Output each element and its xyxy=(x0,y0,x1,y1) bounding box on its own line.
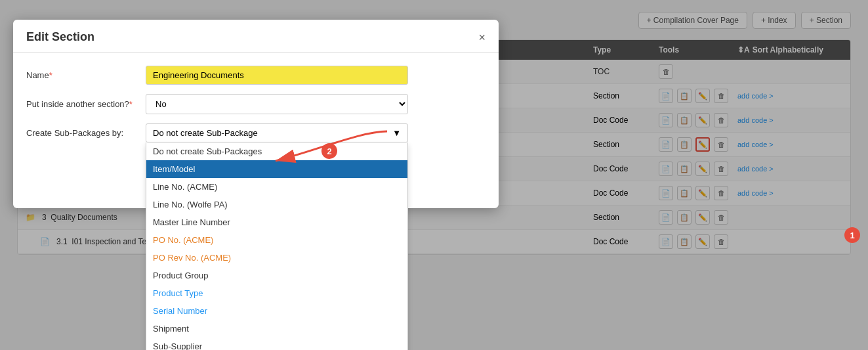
modal-body: Name* Put inside another section?* No Cr… xyxy=(13,53,499,165)
subpackage-dropdown-trigger[interactable]: Do not create Sub-Package ▼ xyxy=(146,123,408,142)
edit-section-modal: Edit Section × Name* Put inside another … xyxy=(13,20,499,208)
subpackage-row: Create Sub-Packages by: Do not create Su… xyxy=(26,123,486,142)
dropdown-option-0[interactable]: Do not create Sub-Packages xyxy=(146,142,407,160)
name-input[interactable] xyxy=(146,66,408,85)
inside-section-row: Put inside another section?* No xyxy=(26,94,486,114)
dropdown-option-2[interactable]: Line No. (ACME) xyxy=(146,178,407,196)
dropdown-option-3[interactable]: Line No. (Wolfe PA) xyxy=(146,196,407,213)
inside-select[interactable]: No xyxy=(146,94,408,114)
modal-close-button[interactable]: × xyxy=(478,32,486,43)
dropdown-option-6[interactable]: PO Rev No. (ACME) xyxy=(146,249,407,267)
dropdown-option-8[interactable]: Product Type xyxy=(146,284,407,302)
modal-header: Edit Section × xyxy=(13,20,499,53)
annotation-badge-2: 2 xyxy=(321,143,337,159)
subpackage-dropdown-wrapper: Do not create Sub-Package ▼ Do not creat… xyxy=(146,123,408,142)
subpackage-label: Create Sub-Packages by: xyxy=(26,128,138,138)
subpackage-dropdown-menu: Do not create Sub-Packages Item/Model Li… xyxy=(146,142,408,350)
dropdown-option-9[interactable]: Serial Number xyxy=(146,302,407,320)
dropdown-option-1[interactable]: Item/Model xyxy=(146,160,407,178)
annotation-badge-1: 1 xyxy=(844,227,860,243)
inside-label: Put inside another section?* xyxy=(26,99,138,109)
name-field-row: Name* xyxy=(26,66,486,85)
name-label: Name* xyxy=(26,70,138,80)
dropdown-option-4[interactable]: Master Line Number xyxy=(146,213,407,231)
modal-title: Edit Section xyxy=(26,30,94,44)
chevron-down-icon: ▼ xyxy=(392,128,401,138)
dropdown-option-11[interactable]: Sub-Supplier xyxy=(146,338,407,350)
dropdown-option-5[interactable]: PO No. (ACME) xyxy=(146,231,407,249)
dropdown-option-7[interactable]: Product Group xyxy=(146,267,407,284)
dropdown-option-10[interactable]: Shipment xyxy=(146,320,407,338)
